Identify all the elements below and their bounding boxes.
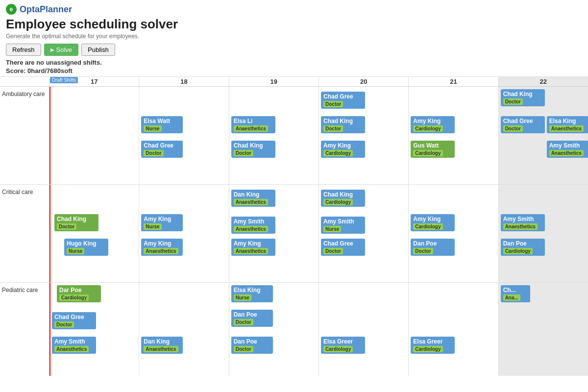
shift-card[interactable]: Amy Smith Anaesthetics <box>547 141 588 158</box>
shift-card[interactable]: Elsa King Nurse <box>231 285 273 302</box>
shift-card[interactable]: Dar Poe Cardiology <box>57 285 101 302</box>
shift-card[interactable]: Amy King Nurse <box>141 214 183 231</box>
pediatric-col-17: Dar Poe Cardiology Chad Gree Doctor Amy … <box>49 283 139 376</box>
logo-text: OptaPlanner <box>20 4 72 15</box>
critical-col-17: Chad King Doctor Hugo King Nurse <box>49 185 139 282</box>
critical-col-22: Amy Smith Anaesthetics Dan Poe Cardiolog… <box>498 185 588 282</box>
shift-card[interactable]: Amy Smith Nurse <box>321 217 365 234</box>
row-label-critical: Critical care <box>0 185 49 283</box>
shift-card[interactable]: Hugo King Nurse <box>64 239 108 256</box>
page-header: e OptaPlanner Employee scheduling solver… <box>0 0 588 77</box>
shift-card[interactable]: Chad Gree Doctor <box>321 239 365 256</box>
logo-icon: e <box>6 4 17 15</box>
date-col-22: 22 <box>498 77 588 86</box>
status-message: There are no unassigned shifts. <box>6 59 582 66</box>
publish-button[interactable]: Publish <box>81 44 115 56</box>
pediatric-col-19: Dan Poe Doctor Elsa King Nurse Dan Poe D… <box>229 283 318 376</box>
red-line <box>49 87 50 184</box>
shift-card[interactable]: Dan Poe Doctor <box>231 310 273 327</box>
shift-card[interactable]: Dan King Anaesthetics <box>231 190 275 207</box>
shift-card[interactable]: Amy Smith Anaesthetics <box>231 217 275 234</box>
page-title: Employee scheduling solver <box>6 17 582 32</box>
red-line-critical <box>49 185 50 282</box>
critical-col-21: Amy King Cardiology Dan Poe Doctor <box>408 185 498 282</box>
shift-card[interactable]: Amy King Anaesthetics <box>231 239 275 256</box>
row-label-pediatric: Pediatric care <box>0 283 49 376</box>
ambulatory-col-18: Elsa Watt Nurse Chad Gree Doctor <box>139 87 228 184</box>
ambulatory-col-21: Amy King Cardiology Gus Watt Cardiology <box>408 87 498 184</box>
pediatric-col-21: Elsa Greer Cardiology <box>408 283 498 376</box>
critical-col-20: Chad King Cardiology Amy Smith Nurse Cha… <box>318 185 408 282</box>
shift-card[interactable]: Elsa King Anaesthetics <box>547 116 588 133</box>
shift-card[interactable]: Ch... Ana... <box>501 285 530 302</box>
draft-label: Draft Shifts <box>50 77 78 83</box>
refresh-button[interactable]: Refresh <box>6 44 41 56</box>
shift-card[interactable]: Amy Smith Anaesthetics <box>501 214 545 231</box>
shift-card[interactable]: Elsa Watt Nurse <box>141 116 183 133</box>
shift-card[interactable]: Chad King Doctor <box>231 141 275 158</box>
shift-card[interactable]: Chad King Doctor <box>321 116 365 133</box>
shift-card[interactable]: Elsa Li Anaesthetics <box>231 116 275 133</box>
score-display: Score: 0hard/7680soft <box>6 67 582 74</box>
shift-card[interactable]: Elsa Greer Cardiology <box>321 337 365 354</box>
critical-col-18: Amy King Nurse Amy King Anaesthetics <box>139 185 228 282</box>
shift-card[interactable]: Chad Gree Doctor <box>52 312 96 329</box>
shift-card[interactable]: Amy Smith Anaesthetics <box>52 337 96 354</box>
shift-card[interactable]: Chad Gree Doctor <box>501 116 545 133</box>
shift-card[interactable]: Elsa Greer Cardiology <box>411 337 455 354</box>
ambulatory-col-17 <box>49 87 139 184</box>
date-col-19: 19 <box>229 77 318 86</box>
ambulatory-col-19: Elsa Li Anaesthetics Chad King Doctor <box>229 87 318 184</box>
shift-card[interactable]: Dan Poe Cardiology <box>501 239 545 256</box>
critical-col-19: Dan King Anaesthetics Amy Smith Anaesthe… <box>229 185 318 282</box>
ambulatory-row: Elsa Watt Nurse Chad Gree Doctor Elsa Li… <box>49 87 588 185</box>
date-col-21: 21 <box>408 77 498 86</box>
row-labels: Ambulatory care Critical care Pediatric … <box>0 87 49 376</box>
calendar-container: Draft Shifts 2022 17 18 19 20 21 22 Ambu… <box>0 77 588 376</box>
shift-card[interactable]: Amy King Cardiology <box>411 116 455 133</box>
date-col-20: 20 <box>318 77 408 86</box>
shift-card[interactable]: Dan Poe Doctor <box>231 337 273 354</box>
data-rows: Elsa Watt Nurse Chad Gree Doctor Elsa Li… <box>49 87 588 376</box>
calendar-body: Ambulatory care Critical care Pediatric … <box>0 87 588 376</box>
shift-card[interactable]: Amy King Cardiology <box>321 141 365 158</box>
shift-card[interactable]: Gus Watt Cardiology <box>411 141 455 158</box>
shift-card[interactable]: Chad Gree Doctor <box>321 92 365 109</box>
calendar-header: Draft Shifts 2022 17 18 19 20 21 22 <box>0 77 588 87</box>
pediatric-col-22: Ch... Ana... <box>498 283 588 376</box>
shift-card[interactable]: Amy King Anaesthetics <box>141 239 183 256</box>
shift-card[interactable]: Dan King Anaesthetics <box>141 337 183 354</box>
date-col-18: 18 <box>139 77 228 86</box>
shift-card[interactable]: Amy King Cardiology <box>411 214 455 231</box>
page-subtitle: Generate the optimal schedule for your e… <box>6 33 582 40</box>
date-columns: Draft Shifts 2022 17 18 19 20 21 22 <box>49 77 588 86</box>
pediatric-col-20: Elsa Greer Cardiology <box>318 283 408 376</box>
red-line-pediatric <box>49 283 50 376</box>
shift-card[interactable]: Dan Poe Doctor <box>411 239 455 256</box>
shift-card[interactable]: Chad King Doctor <box>54 214 98 231</box>
shift-card[interactable]: Chad King Cardiology <box>321 190 365 207</box>
toolbar: Refresh Solve Publish <box>6 44 582 56</box>
ambulatory-col-22: Chad King Doctor Chad Gree Doctor Elsa K… <box>498 87 588 184</box>
pediatric-col-18: Dan King Anaesthetics <box>139 283 228 376</box>
pediatric-row: Dar Poe Cardiology Chad Gree Doctor Amy … <box>49 283 588 376</box>
logo: e OptaPlanner <box>6 4 582 15</box>
shift-card[interactable]: Chad King Doctor <box>501 89 545 106</box>
ambulatory-col-20: Chad Gree Doctor Chad King Doctor Amy Ki… <box>318 87 408 184</box>
critical-row: Chad King Doctor Hugo King Nurse Amy Kin… <box>49 185 588 283</box>
shift-card[interactable]: Chad Gree Doctor <box>141 141 183 158</box>
row-label-ambulatory: Ambulatory care <box>0 87 49 185</box>
row-label-spacer <box>0 77 49 86</box>
solve-button[interactable]: Solve <box>44 44 79 56</box>
